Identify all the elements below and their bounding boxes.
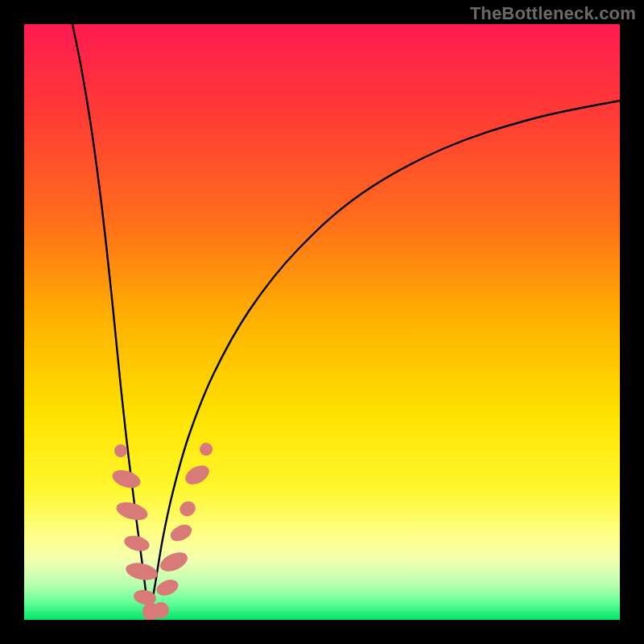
marker-2 (114, 499, 150, 523)
curve-left-branch (72, 24, 149, 618)
marker-3 (122, 533, 151, 553)
outer-frame: TheBottleneck.com (0, 0, 644, 644)
marker-11 (177, 498, 198, 518)
curve-layer (24, 24, 620, 620)
curve-right-branch (149, 101, 620, 618)
marker-13 (197, 440, 215, 458)
plot-area (24, 24, 620, 620)
marker-group (110, 440, 215, 620)
attribution-text: TheBottleneck.com (470, 3, 636, 24)
marker-9 (157, 549, 190, 576)
marker-10 (167, 522, 194, 544)
marker-4 (124, 560, 159, 583)
marker-12 (182, 461, 213, 488)
marker-1 (110, 467, 142, 491)
marker-8 (155, 576, 181, 598)
curve-group (72, 24, 620, 618)
